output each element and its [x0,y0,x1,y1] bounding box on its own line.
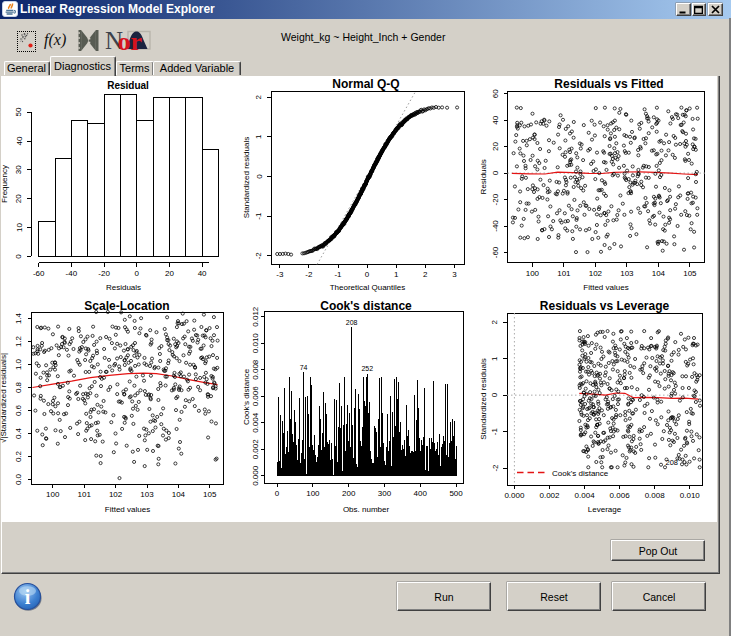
svg-text:102: 102 [109,490,123,499]
svg-text:Residuals vs Leverage: Residuals vs Leverage [540,299,670,313]
svg-text:Normal Q-Q: Normal Q-Q [332,77,399,91]
svg-text:2: 2 [423,270,428,279]
svg-text:208: 208 [346,319,358,326]
svg-text:-2: -2 [305,270,313,279]
svg-text:1: 1 [491,356,500,361]
svg-text:Residuals: Residuals [106,283,141,292]
svg-text:-40: -40 [491,220,500,232]
svg-text:0.000: 0.000 [251,465,260,486]
svg-text:3: 3 [452,270,457,279]
svg-text:0.4: 0.4 [14,427,23,439]
svg-text:103: 103 [140,490,154,499]
svg-text:0.8: 0.8 [14,381,23,393]
svg-text:1: 1 [394,270,399,279]
svg-text:20: 20 [491,142,500,151]
svg-text:0.004: 0.004 [575,491,596,500]
svg-text:252: 252 [361,365,373,372]
svg-text:0.0: 0.0 [14,473,23,485]
svg-text:50: 50 [15,107,24,116]
svg-text:-20: -20 [98,269,110,278]
svg-text:-1: -1 [491,427,500,435]
svg-text:Residual: Residual [107,80,149,91]
svg-text:0.008: 0.008 [251,359,260,380]
svg-text:100: 100 [306,489,320,498]
svg-text:0: 0 [365,270,370,279]
svg-text:0: 0 [275,489,280,498]
svg-text:105: 105 [203,490,217,499]
svg-text:20: 20 [165,269,174,278]
svg-text:2: 2 [255,94,264,99]
svg-text:60: 60 [491,89,500,98]
svg-text:-2: -2 [491,464,500,472]
svg-text:100: 100 [46,490,60,499]
svg-text:Frequency: Frequency [0,165,9,203]
svg-text:0.004: 0.004 [251,412,260,433]
svg-text:-20: -20 [491,193,500,205]
svg-text:0: 0 [134,269,139,278]
svg-text:1: 1 [255,134,264,139]
svg-text:Obs. number: Obs. number [343,505,390,514]
svg-text:Cook's distance: Cook's distance [320,299,412,313]
svg-text:-1: -1 [255,212,264,220]
svg-text:Standardized residuals: Standardized residuals [242,137,251,218]
svg-text:0.6: 0.6 [14,404,23,416]
svg-text:40: 40 [198,269,207,278]
svg-text:1.0: 1.0 [14,358,23,370]
svg-text:Theoretical Quantiles: Theoretical Quantiles [330,283,406,292]
svg-text:-60: -60 [491,246,500,258]
svg-text:0.2: 0.2 [14,450,23,462]
svg-text:Cook's distance: Cook's distance [552,469,609,478]
svg-text:105: 105 [683,269,697,278]
svg-text:74: 74 [300,364,308,371]
svg-text:Standardized residuals: Standardized residuals [479,358,488,439]
svg-text:Cook's distance: Cook's distance [242,368,251,425]
svg-text:Residuals: Residuals [479,159,488,194]
svg-text:0.002: 0.002 [251,439,260,460]
svg-text:400: 400 [414,489,428,498]
svg-text:30: 30 [15,165,24,174]
svg-text:0: 0 [15,254,24,259]
svg-text:10: 10 [15,223,24,232]
svg-text:0.006: 0.006 [610,491,631,500]
svg-text:102: 102 [589,269,603,278]
svg-text:101: 101 [78,490,92,499]
svg-text:101: 101 [557,269,571,278]
svg-text:Leverage: Leverage [588,505,622,514]
svg-text:0: 0 [491,392,500,397]
svg-text:500: 500 [449,489,463,498]
svg-text:2: 2 [491,319,500,324]
svg-text:0.010: 0.010 [251,333,260,354]
svg-text:0.008: 0.008 [645,491,666,500]
svg-text:0.002: 0.002 [539,491,560,500]
svg-text:100: 100 [526,269,540,278]
svg-text:104: 104 [652,269,666,278]
svg-text:20: 20 [15,194,24,203]
svg-text:103: 103 [620,269,634,278]
svg-text:40: 40 [491,115,500,124]
svg-text:200: 200 [342,489,356,498]
svg-text:0: 0 [255,174,264,179]
svg-text:-1: -1 [334,270,342,279]
svg-text:300: 300 [378,489,392,498]
svg-text:-2: -2 [255,252,264,260]
svg-text:-60: -60 [33,269,45,278]
svg-text:0: 0 [491,170,500,175]
svg-text:0.000: 0.000 [504,491,525,500]
svg-text:0.012: 0.012 [251,306,260,327]
svg-text:0.010: 0.010 [680,491,701,500]
svg-text:1.2: 1.2 [14,335,23,347]
svg-text:√|Standardized residuals|: √|Standardized residuals| [0,353,8,443]
svg-text:-40: -40 [66,269,78,278]
svg-text:104: 104 [172,490,186,499]
svg-text:Fitted values: Fitted values [105,505,150,514]
svg-text:0.006: 0.006 [251,386,260,407]
svg-text:Fitted values: Fitted values [583,283,628,292]
svg-text:-3: -3 [276,270,284,279]
svg-text:Residuals vs Fitted: Residuals vs Fitted [554,77,663,91]
svg-text:1.4: 1.4 [14,312,23,324]
svg-text:40: 40 [15,136,24,145]
